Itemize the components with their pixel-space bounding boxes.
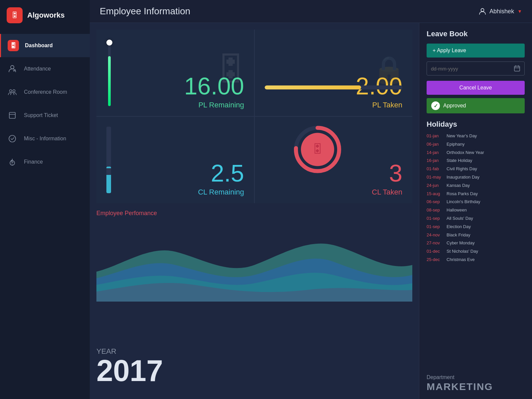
sidebar-item-label-support: Support Ticket	[24, 112, 58, 118]
attendance-icon	[7, 63, 18, 74]
sidebar-logo: 🎛 Algoworks	[0, 0, 90, 31]
performance-label: Employee Perfomance	[96, 206, 412, 217]
sidebar-item-label-misc: Misc - Information	[24, 136, 66, 142]
performance-section: Employee Perfomance	[96, 203, 412, 392]
svg-point-1	[10, 90, 12, 92]
user-menu[interactable]: Abhishek ▼	[479, 8, 522, 15]
holidays-title: Holidays	[427, 120, 525, 129]
svg-point-0	[11, 66, 14, 69]
svg-point-4	[9, 135, 16, 142]
svg-point-6	[481, 9, 484, 12]
sidebar-item-label-finance: Finance	[24, 159, 43, 165]
year-section: YEAR 2017	[96, 347, 163, 386]
approved-badge: ✓ Approved	[427, 98, 525, 113]
holiday-date: 01-sep	[427, 215, 443, 222]
cl-bar-band	[106, 168, 111, 175]
holiday-name: Orthodox New Year	[447, 149, 484, 156]
dept-value: MARKETING	[427, 381, 525, 392]
pl-bar-container	[106, 40, 112, 106]
user-dropdown-arrow[interactable]: ▼	[517, 9, 522, 14]
holiday-name: Inauguration Day	[447, 174, 479, 181]
logo-text: Algoworks	[27, 11, 65, 20]
cl-taken-donut: 🎛	[291, 123, 344, 178]
sidebar-item-label-dashboard: Dashboard	[25, 43, 53, 49]
cl-remaining-label: CL Remaining	[106, 188, 244, 197]
holiday-name: New Year's Day	[447, 133, 477, 140]
approved-label: Approved	[443, 103, 466, 109]
holiday-item: 24-novBlack Friday	[427, 232, 525, 239]
pl-bar-thumb[interactable]	[106, 40, 112, 46]
calendar-icon	[514, 65, 520, 72]
pl-taken-bar	[265, 85, 402, 89]
sidebar: 🎛 Algoworks 🎛 Dashboard Attendance	[0, 0, 90, 399]
user-icon	[479, 8, 486, 15]
holiday-list: 01-janNew Year's Day06-janEpiphany14-jan…	[427, 133, 525, 263]
pl-bar-fill	[108, 56, 111, 106]
sidebar-item-finance[interactable]: Finance	[0, 150, 90, 174]
sidebar-item-dashboard[interactable]: 🎛 Dashboard	[0, 34, 90, 57]
holiday-item: 16-janState Holiday	[427, 157, 525, 164]
holiday-item: 08-sepHalloween	[427, 207, 525, 214]
holiday-name: Christmas Eve	[447, 256, 475, 263]
logo-icon: 🎛	[7, 7, 23, 23]
holiday-item: 01-decSt Nicholas' Day	[427, 248, 525, 255]
holiday-item: 01-sepElection Day	[427, 223, 525, 230]
holiday-name: St Nicholas' Day	[447, 248, 478, 255]
leave-book-title: Leave Book	[427, 30, 525, 38]
holiday-date: 24-jun	[427, 182, 443, 189]
svg-text:🎛: 🎛	[312, 142, 324, 156]
page-title: Employee Information	[100, 6, 190, 17]
svg-rect-3	[9, 112, 15, 118]
holiday-name: Civil Rights Day	[447, 166, 477, 173]
approved-check-icon: ✓	[431, 101, 440, 110]
holiday-date: 27-nov	[427, 240, 443, 247]
pl-taken-bg-icon: 🔒	[372, 54, 406, 85]
holiday-item: 01-janNew Year's Day	[427, 133, 525, 140]
holiday-date: 25-dec	[427, 256, 443, 263]
date-input-container[interactable]	[427, 62, 525, 75]
holiday-date: 01-sep	[427, 223, 443, 230]
holiday-date: 08-sep	[427, 207, 443, 214]
pl-taken-track	[265, 85, 402, 89]
pl-taken-label: PL Taken	[265, 101, 402, 109]
holiday-name: State Holiday	[447, 157, 472, 164]
holiday-date: 06-sep	[427, 199, 443, 205]
holiday-date: 01-fab	[427, 166, 443, 173]
header: Employee Information Abhishek ▼	[90, 0, 532, 23]
holiday-name: All Souls' Day	[447, 215, 473, 222]
holiday-item: 01-sepAll Souls' Day	[427, 215, 525, 222]
holiday-date: 01-may	[427, 174, 443, 181]
apply-leave-button[interactable]: + Apply Leave	[427, 44, 525, 58]
sidebar-item-attendance[interactable]: Attendance	[0, 57, 90, 80]
holiday-name: Rosa Parks Day	[447, 191, 478, 198]
holiday-date: 06-jan	[427, 141, 443, 148]
sidebar-item-conference-room[interactable]: Conference Room	[0, 80, 90, 104]
svg-rect-11	[514, 66, 520, 71]
holiday-date: 15-aug	[427, 191, 443, 198]
holiday-name: Black Friday	[447, 232, 470, 239]
holiday-item: 01-fabCivil Rights Day	[427, 166, 525, 173]
pl-taken-fill	[265, 85, 361, 89]
right-panel: Leave Book + Apply Leave Cancel Leave ✓	[419, 23, 532, 399]
pl-taken-card: 🔒 2.00 PL Taken	[255, 30, 412, 116]
holiday-name: Lincoln's Birthday	[447, 199, 480, 205]
cl-taken-label: CL Taken	[265, 188, 402, 197]
cancel-leave-button[interactable]: Cancel Leave	[427, 81, 525, 95]
holiday-name: Halloween	[447, 207, 467, 214]
sidebar-item-misc[interactable]: Misc - Information	[0, 127, 90, 150]
pl-remaining-card: 🎛 16.00 PL Remaining	[96, 30, 254, 116]
misc-icon	[7, 133, 18, 144]
year-value: 2017	[96, 356, 163, 386]
wave-chart	[96, 218, 412, 292]
support-ticket-icon	[7, 110, 18, 121]
user-name: Abhishek	[489, 8, 514, 15]
body-area: 🎛 16.00 PL Remaining 🔒	[90, 23, 532, 399]
dept-section: Department MARKETING	[427, 374, 525, 392]
cl-remaining-card: 2.5 CL Remaining	[96, 117, 254, 203]
cl-bar-track	[106, 127, 111, 193]
cl-bar-wrapper	[106, 127, 113, 193]
app-container: 🎛 Algoworks 🎛 Dashboard Attendance	[0, 0, 532, 399]
dashboard-icon: 🎛	[8, 40, 19, 51]
sidebar-item-support-ticket[interactable]: Support Ticket	[0, 104, 90, 127]
date-input[interactable]	[431, 66, 511, 71]
